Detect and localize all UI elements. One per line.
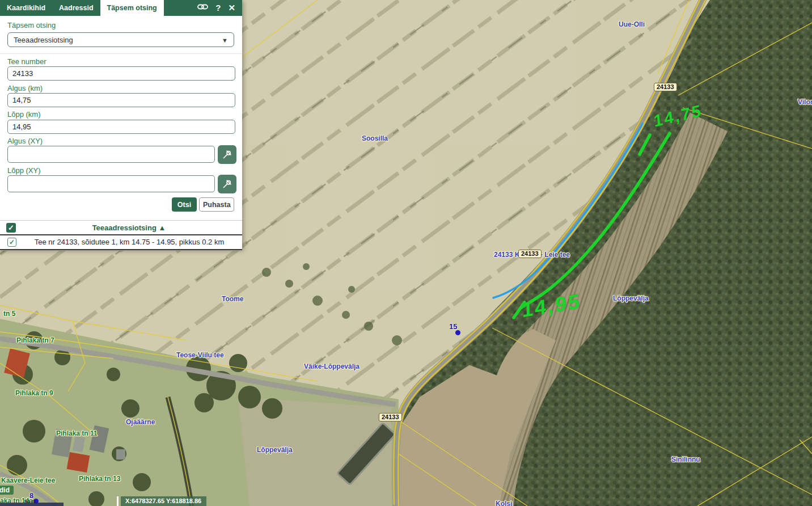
map-label: Pihlaka tn 9 [15,389,53,397]
lopp-xy-input[interactable] [7,175,215,192]
close-icon[interactable]: ✕ [228,0,235,16]
tab-kaardikihid[interactable]: Kaardikihid [0,0,52,16]
coordinate-status-bar: X:6478327.65 Y:618818.86 [121,496,206,506]
km-marker: 15 [449,322,457,331]
pick-algus-xy-button[interactable] [218,145,236,164]
map-label: Toome [222,295,243,303]
field-label-algus-km: Algus (km) [7,84,43,92]
result-text: Tee nr 24133, sõidutee 1, km 14.75 - 14.… [16,238,242,246]
field-label-algus-xy: Algus (XY) [7,137,43,145]
map-label: Ojaäärne [126,418,155,426]
map-label: Soosilla [362,134,388,142]
clear-button[interactable]: Puhasta [199,197,234,212]
help-icon[interactable]: ? [215,0,221,16]
lopp-km-input[interactable] [7,120,235,134]
field-label-tee-number: Tee number [7,57,46,66]
partial-label-badge: did [0,486,14,495]
results-master-checkbox[interactable] [6,223,16,233]
map-label: Sinilinnu [671,456,700,463]
road-shield: 24133 [654,83,677,91]
map-label: Uue-Olli [619,20,645,28]
road-shield: 24133 [518,250,542,258]
result-row[interactable]: Tee nr 24133, sõidutee 1, km 14.75 - 14.… [0,235,242,250]
road-shield: 24133 [379,413,402,421]
map-label: - Leie tee [540,251,570,259]
search-button[interactable]: Otsi [172,197,197,212]
map-label: Kaavere-Leie tee [1,477,55,484]
result-checkbox[interactable] [7,238,16,247]
map-label: Vilomä [798,98,812,106]
section-label: Täpsem otsing [7,21,56,29]
search-type-value: Teeaadressiotsing [14,36,73,44]
map-application: Uue-Olli Vilomä Soosilla 24133 Kol - Lei… [0,0,812,506]
field-label-lopp-km: Lõpp (km) [7,110,41,119]
results-title: Teeaadressiotsing [92,224,157,232]
chevron-down-icon: ▼ [222,33,228,48]
map-label: tn 5 [3,310,15,318]
panel-tab-bar: Kaardikihid Aadressid Täpsem otsing ? ✕ [0,0,242,16]
tab-tapsem-otsing[interactable]: Täpsem otsing [100,0,164,16]
search-type-select[interactable]: Teeaadressiotsing ▼ [7,32,234,47]
collapse-arrow-icon[interactable]: ▲ [158,224,166,232]
map-label: Kolsi [496,500,512,506]
algus-km-input[interactable] [7,93,235,107]
field-label-lopp-xy: Lõpp (XY) [7,166,41,175]
tab-aadressid[interactable]: Aadressid [52,0,100,16]
map-label: Väike-Lõppevälja [304,362,360,370]
results-header: Teeaadressiotsing ▲ [0,220,242,235]
pushpin-icon [222,179,232,189]
algus-xy-input[interactable] [7,146,215,163]
map-label: Lõppevälja [613,294,649,302]
km-marker-dot [455,330,460,335]
map-label: Pihlaka tn 11 [56,429,98,437]
map-label: Pihlaka tn 13 [79,475,120,483]
map-label: Teose-Viilu tee [176,351,224,359]
search-panel: Kaardikihid Aadressid Täpsem otsing ? ✕ … [0,0,242,250]
map-label: Lõppevälja [257,446,293,454]
map-label: Pihlaka tn 7 [16,336,54,344]
divider [0,53,242,54]
scale-text: 50 m [24,499,36,504]
tee-number-input[interactable] [7,66,235,81]
share-link-icon[interactable] [197,0,208,16]
pushpin-icon [222,150,232,159]
pick-lopp-xy-button[interactable] [218,175,236,193]
scale-tick [117,496,119,506]
